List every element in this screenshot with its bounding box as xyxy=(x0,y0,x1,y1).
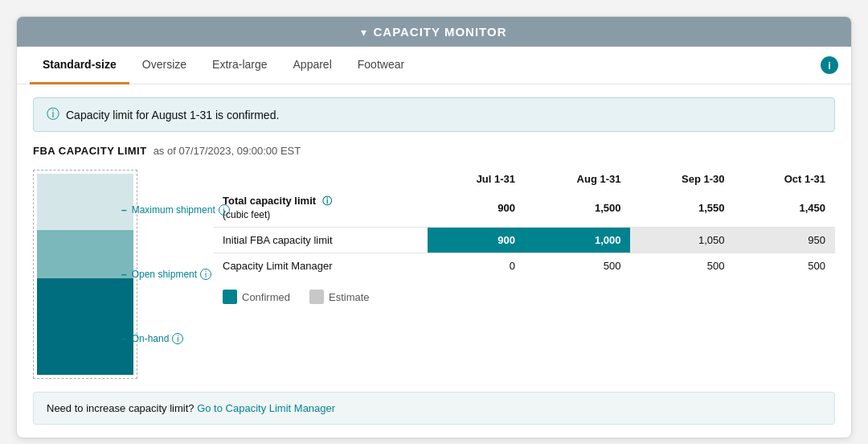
col-header-aug: Aug 1-31 xyxy=(525,170,630,188)
total-jul: 900 xyxy=(428,188,525,228)
chart-area: – Maximum shipment i – Open shipment i –… xyxy=(33,170,194,379)
open-info-icon[interactable]: i xyxy=(200,269,211,280)
table-header-row: Jul 1-31 Aug 1-31 Sep 1-30 Oct 1-31 xyxy=(213,170,835,188)
onhand-info-icon[interactable]: i xyxy=(172,333,183,344)
bar-segment-onhand xyxy=(37,278,133,375)
main-content: – Maximum shipment i – Open shipment i –… xyxy=(33,170,835,379)
fba-oct: 950 xyxy=(735,228,835,253)
alert-banner: ⓘ Capacity limit for August 1-31 is conf… xyxy=(33,97,835,132)
manager-oct: 500 xyxy=(735,253,835,279)
info-icon[interactable]: i xyxy=(821,56,838,74)
chart-label-onhand[interactable]: – On-hand i xyxy=(121,333,266,344)
capacity-limit-manager-link[interactable]: Go to Capacity Limit Manager xyxy=(197,402,335,414)
manager-aug: 500 xyxy=(525,253,630,279)
maximum-label: Maximum shipment xyxy=(132,204,215,216)
header-title: CAPACITY MONITOR xyxy=(373,25,506,39)
capacity-table: Jul 1-31 Aug 1-31 Sep 1-30 Oct 1-31 Tota… xyxy=(213,170,835,278)
capacity-header: ▾ CAPACITY MONITOR xyxy=(17,17,851,47)
legend-estimate: Estimate xyxy=(309,290,370,304)
estimate-label: Estimate xyxy=(329,291,370,303)
manager-sep: 500 xyxy=(630,253,734,279)
col-header-jul: Jul 1-31 xyxy=(428,170,525,188)
alert-text: Capacity limit for August 1-31 is confir… xyxy=(66,109,279,121)
maximum-info-icon[interactable]: i xyxy=(219,204,230,216)
legend: Confirmed Estimate xyxy=(213,290,835,304)
onhand-label: On-hand xyxy=(132,333,170,344)
increase-capacity-banner: Need to increase capacity limit? Go to C… xyxy=(33,392,835,425)
fba-jul: 900 xyxy=(428,228,525,253)
tab-extra-large[interactable]: Extra-large xyxy=(199,47,280,84)
col-header-oct: Oct 1-31 xyxy=(735,170,835,188)
tab-footwear[interactable]: Footwear xyxy=(345,47,417,84)
col-header-sep: Sep 1-30 xyxy=(630,170,734,188)
tabs-bar: Standard-size Oversize Extra-large Appar… xyxy=(17,47,851,84)
chevron-down-icon: ▾ xyxy=(361,26,366,39)
table-row-total: Total capacity limit ⓘ (cubic feet) 900 … xyxy=(213,188,835,228)
body-content: ⓘ Capacity limit for August 1-31 is conf… xyxy=(17,84,851,438)
capacity-monitor-card: ▾ CAPACITY MONITOR Standard-size Oversiz… xyxy=(16,16,852,438)
increase-text: Need to increase capacity limit? xyxy=(47,402,194,414)
bar-segment-open xyxy=(37,230,133,278)
bar-segment-maximum xyxy=(37,174,133,230)
chart-label-open[interactable]: – Open shipment i xyxy=(121,269,266,280)
total-aug: 1,500 xyxy=(525,188,630,228)
tab-standard-size[interactable]: Standard-size xyxy=(30,47,129,84)
total-oct: 1,450 xyxy=(735,188,835,228)
manager-jul: 0 xyxy=(428,253,525,279)
chart-labels: – Maximum shipment i – Open shipment i –… xyxy=(121,170,266,379)
chart-label-maximum[interactable]: – Maximum shipment i xyxy=(121,204,266,216)
table-area: Jul 1-31 Aug 1-31 Sep 1-30 Oct 1-31 Tota… xyxy=(213,170,835,379)
table-row-fba: Initial FBA capacity limit 900 1,000 1,0… xyxy=(213,228,835,253)
total-sep: 1,550 xyxy=(630,188,734,228)
alert-info-icon: ⓘ xyxy=(47,106,59,123)
fba-title: FBA CAPACITY LIMIT xyxy=(33,145,147,157)
table-row-manager: Capacity Limit Manager 0 500 500 500 xyxy=(213,253,835,279)
tab-oversize[interactable]: Oversize xyxy=(129,47,199,84)
estimate-box xyxy=(309,290,324,304)
tab-apparel[interactable]: Apparel xyxy=(280,47,345,84)
open-label: Open shipment xyxy=(132,269,197,280)
fba-heading: FBA CAPACITY LIMIT as of 07/17/2023, 09:… xyxy=(33,145,835,157)
fba-aug: 1,000 xyxy=(525,228,630,253)
total-info-icon[interactable]: ⓘ xyxy=(322,195,332,207)
fba-subtitle: as of 07/17/2023, 09:00:00 EST xyxy=(154,145,301,157)
fba-sep: 1,050 xyxy=(630,228,734,253)
